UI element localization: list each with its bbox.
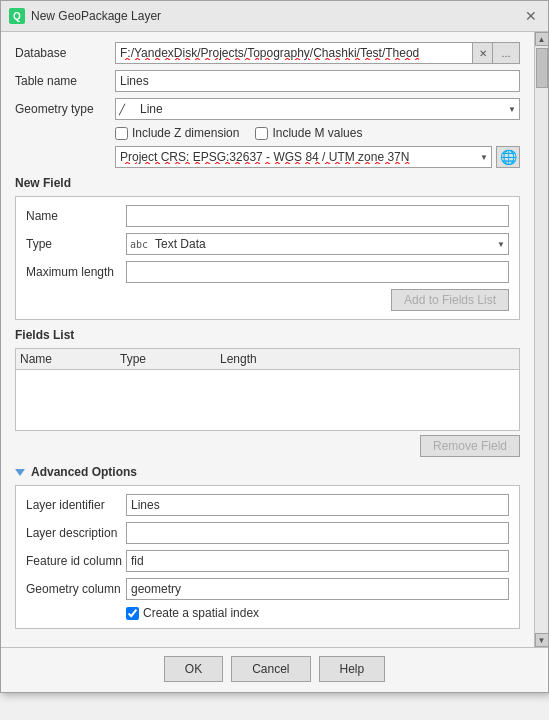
bottom-buttons: OK Cancel Help — [1, 647, 548, 692]
scroll-up-button[interactable]: ▲ — [535, 32, 549, 46]
col-name: Name — [20, 352, 120, 366]
add-to-fields-button[interactable]: Add to Fields List — [391, 289, 509, 311]
field-type-row: Type abc Text Data Integer Real Number D… — [26, 233, 509, 255]
feature-id-input[interactable] — [126, 550, 509, 572]
layer-desc-row: Layer description — [26, 522, 509, 544]
spatial-index-checkbox[interactable] — [126, 607, 139, 620]
field-type-select[interactable]: Text Data Integer Real Number Date Boole… — [126, 233, 509, 255]
layer-id-input[interactable] — [126, 494, 509, 516]
dialog-title: New GeoPackage Layer — [31, 9, 161, 23]
database-row: Database ✕ ... — [15, 42, 520, 64]
help-button[interactable]: Help — [319, 656, 386, 682]
dialog-new-geopackage: Q New GeoPackage Layer ✕ Database ✕ ... … — [0, 0, 549, 693]
database-clear-button[interactable]: ✕ — [472, 42, 492, 64]
include-z-label[interactable]: Include Z dimension — [115, 126, 239, 140]
tablename-input[interactable] — [115, 70, 520, 92]
layer-desc-label: Layer description — [26, 526, 126, 540]
geometry-select-wrapper: ╱ Line Point Polygon Multi Line Multi Po… — [115, 98, 520, 120]
geometry-type-row: Geometry type ╱ Line Point Polygon Multi… — [15, 98, 520, 120]
include-z-checkbox[interactable] — [115, 127, 128, 140]
spatial-index-label[interactable]: Create a spatial index — [126, 606, 509, 620]
remove-field-button[interactable]: Remove Field — [420, 435, 520, 457]
field-name-row: Name — [26, 205, 509, 227]
main-body: Database ✕ ... Table name Geometry type … — [1, 32, 548, 647]
advanced-options-box: Layer identifier Layer description Featu… — [15, 485, 520, 629]
new-field-header: New Field — [15, 176, 520, 190]
col-length: Length — [220, 352, 515, 366]
new-field-section: Name Type abc Text Data Integer Real Num… — [15, 196, 520, 320]
geometry-col-row: Geometry column — [26, 578, 509, 600]
crs-select-wrapper: Project CRS: EPSG:32637 - WGS 84 / UTM z… — [115, 146, 492, 168]
add-button-row: Add to Fields List — [26, 289, 509, 311]
advanced-section: Advanced Options Layer identifier Layer … — [15, 465, 520, 629]
geometry-col-input[interactable] — [126, 578, 509, 600]
tablename-label: Table name — [15, 74, 115, 88]
tablename-row: Table name — [15, 70, 520, 92]
database-label: Database — [15, 46, 115, 60]
advanced-header[interactable]: Advanced Options — [15, 465, 520, 479]
geometry-type-label: Geometry type — [15, 102, 115, 116]
database-input[interactable] — [115, 42, 472, 64]
database-browse-button[interactable]: ... — [492, 42, 520, 64]
scrollbar: ▲ ▼ — [534, 32, 548, 647]
field-type-label: Type — [26, 237, 126, 251]
titlebar-left: Q New GeoPackage Layer — [9, 8, 161, 24]
crs-row: Project CRS: EPSG:32637 - WGS 84 / UTM z… — [15, 146, 520, 168]
ok-button[interactable]: OK — [164, 656, 223, 682]
checkboxes-row: Include Z dimension Include M values — [15, 126, 520, 140]
max-length-label: Maximum length — [26, 265, 126, 279]
feature-id-label: Feature id column — [26, 554, 126, 568]
cancel-button[interactable]: Cancel — [231, 656, 310, 682]
include-m-label[interactable]: Include M values — [255, 126, 362, 140]
fields-list-body — [16, 370, 519, 430]
crs-select[interactable]: Project CRS: EPSG:32637 - WGS 84 / UTM z… — [115, 146, 492, 168]
fields-list-header: Fields List — [15, 328, 520, 342]
database-input-wrapper: ✕ ... — [115, 42, 520, 64]
geometry-select[interactable]: Line Point Polygon Multi Line Multi Poin… — [115, 98, 520, 120]
layer-id-label: Layer identifier — [26, 498, 126, 512]
spatial-index-row: Create a spatial index — [26, 606, 509, 620]
feature-id-row: Feature id column — [26, 550, 509, 572]
fields-list-wrapper: Name Type Length — [15, 348, 520, 431]
close-button[interactable]: ✕ — [522, 7, 540, 25]
titlebar: Q New GeoPackage Layer ✕ — [1, 1, 548, 32]
field-name-label: Name — [26, 209, 126, 223]
layer-id-row: Layer identifier — [26, 494, 509, 516]
max-length-input[interactable] — [126, 261, 509, 283]
field-name-input[interactable] — [126, 205, 509, 227]
crs-globe-button[interactable]: 🌐 — [496, 146, 520, 168]
include-m-checkbox[interactable] — [255, 127, 268, 140]
scroll-down-button[interactable]: ▼ — [535, 633, 549, 647]
fields-list-columns: Name Type Length — [16, 349, 519, 370]
content-area: Database ✕ ... Table name Geometry type … — [1, 32, 534, 647]
scrollbar-thumb[interactable] — [536, 48, 548, 88]
app-icon: Q — [9, 8, 25, 24]
type-select-wrapper: abc Text Data Integer Real Number Date B… — [126, 233, 509, 255]
remove-button-row: Remove Field — [15, 435, 520, 457]
max-length-row: Maximum length — [26, 261, 509, 283]
layer-desc-input[interactable] — [126, 522, 509, 544]
geometry-col-label: Geometry column — [26, 582, 126, 596]
collapse-triangle-icon — [15, 469, 25, 476]
col-type: Type — [120, 352, 220, 366]
